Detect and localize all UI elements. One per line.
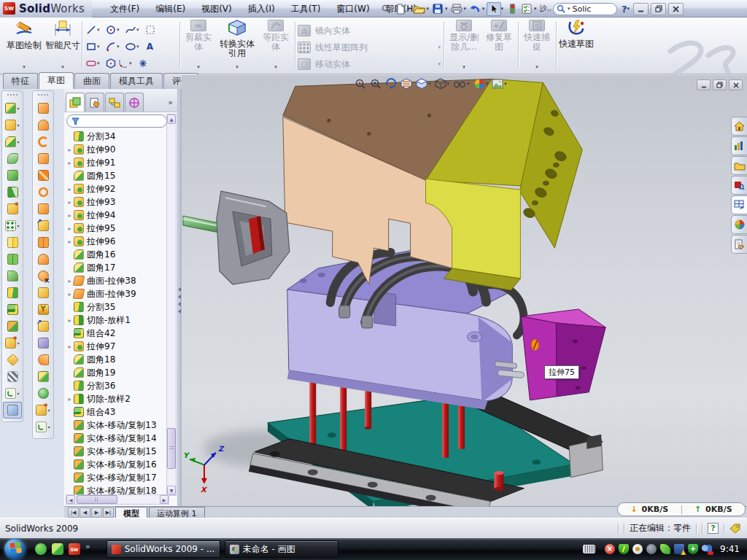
dropdown-arrow-icon[interactable]: ▾ — [627, 6, 630, 12]
help-button[interactable]: ? — [622, 4, 627, 15]
surface-toolbar-button[interactable]: ▾ — [34, 117, 53, 133]
feature-tree-item[interactable]: ▸ 切除-放样1 — [66, 314, 168, 327]
feature-toolbar-button[interactable]: ▾ — [3, 368, 22, 385]
feature-toolbar-button[interactable]: ▾ — [3, 150, 22, 167]
command-tab[interactable]: 草图 — [39, 72, 74, 90]
zoom-to-area-button[interactable] — [369, 77, 382, 90]
feature-toolbar-button[interactable]: ▾ — [3, 251, 22, 268]
tray-icon[interactable] — [688, 544, 698, 554]
surface-toolbar-button[interactable]: ▾ — [34, 217, 53, 234]
scrollbar-thumb[interactable] — [77, 495, 117, 504]
feature-tree-item[interactable]: ▸ 实体-移动/复制15 — [66, 445, 168, 458]
solidworks-resources-tab[interactable] — [731, 117, 747, 136]
feature-toolbar-button[interactable]: ▾ — [3, 385, 22, 402]
section-view-button[interactable] — [400, 77, 413, 90]
feature-tree-item[interactable]: ▸ 组合43 — [66, 405, 168, 419]
scroll-right-button[interactable]: ▶ — [160, 495, 169, 504]
dimxpertmanager-tab[interactable] — [125, 93, 144, 112]
surface-toolbar-button[interactable]: ▾ — [34, 335, 53, 351]
zoom-to-fit-button[interactable] — [354, 77, 367, 90]
dropdown-arrow-icon[interactable]: ▾ — [97, 44, 104, 50]
surface-toolbar-button[interactable]: ▾ — [34, 385, 53, 402]
quicklaunch-app-icon[interactable] — [52, 543, 63, 555]
feature-toolbar-button[interactable]: ▾ — [3, 217, 22, 234]
sketch-fillet-tool-icon[interactable] — [117, 57, 129, 69]
rotate-view-button[interactable] — [384, 77, 398, 90]
tray-icon[interactable] — [674, 544, 684, 554]
dropdown-arrow-icon[interactable]: ▾ — [501, 6, 504, 12]
feature-tree-item[interactable]: ▸ 拉伸97 — [66, 340, 168, 353]
sketch-button[interactable]: 草图绘制 ▾ — [4, 20, 44, 72]
surface-toolbar-button[interactable]: ▾ — [34, 167, 53, 184]
feature-tree-item[interactable]: ▸ 实体-移动/复制14 — [66, 432, 168, 445]
toolbar-grip-handle[interactable] — [37, 93, 49, 97]
surface-toolbar-button[interactable]: ▾ — [34, 318, 53, 335]
display-style-button[interactable]: ▾ — [415, 77, 432, 90]
tree-vertical-scrollbar[interactable]: ▲ ▼ — [166, 114, 177, 496]
design-library-tab[interactable] — [731, 136, 747, 155]
polygon-tool-icon[interactable] — [104, 57, 117, 69]
feature-tree-item[interactable]: ▸ 实体-移动/复制17 — [66, 471, 168, 484]
feature-tree-item[interactable]: ▸ 拉伸94 — [66, 209, 168, 222]
dropdown-arrow-icon[interactable]: ▾ — [408, 6, 411, 12]
tree-horizontal-scrollbar[interactable]: ◀ ▶ — [66, 494, 169, 505]
panel-overflow-chevron-icon[interactable]: » — [168, 98, 176, 112]
dropdown-arrow-icon[interactable]: ▾ — [427, 6, 430, 12]
slot-tool-icon[interactable] — [85, 57, 97, 69]
point-tool-icon[interactable] — [136, 57, 149, 69]
surface-toolbar-button[interactable]: ▾ — [34, 184, 53, 201]
quick-tips-help-icon[interactable]: ? — [708, 523, 719, 534]
restore-button[interactable] — [651, 3, 666, 15]
document-tab[interactable]: 模型 — [115, 507, 147, 518]
selection-box-icon[interactable] — [144, 23, 156, 36]
feature-toolbar-button[interactable]: ▾ — [3, 268, 22, 284]
tag-icon[interactable] — [729, 524, 741, 534]
dropdown-arrow-icon[interactable]: ▾ — [129, 61, 136, 66]
apply-scene-button[interactable]: ▾ — [491, 78, 508, 90]
rebuild-traffic-light-icon[interactable] — [505, 2, 519, 16]
undo-button[interactable] — [468, 2, 482, 16]
featuremanager-tab[interactable] — [66, 93, 85, 112]
dropdown-arrow-icon[interactable]: ▾ — [445, 6, 448, 12]
circle-tool-icon[interactable] — [104, 23, 117, 36]
menu-item[interactable]: 视图(V) — [193, 0, 240, 18]
feature-tree-item[interactable]: ▸ 圆角19 — [66, 366, 168, 379]
first-tab-button[interactable]: |◀ — [68, 508, 79, 518]
previous-tab-button[interactable]: ◀ — [80, 508, 90, 518]
feature-tree-item[interactable]: ▸ 拉伸91 — [66, 156, 168, 169]
feature-toolbar-button[interactable]: ▾ — [3, 100, 22, 117]
solidworks-search-tab[interactable] — [731, 176, 747, 195]
surface-toolbar-button[interactable]: ▾ — [34, 301, 53, 318]
close-button[interactable] — [668, 3, 684, 15]
command-tab[interactable]: 曲面 — [74, 73, 109, 90]
feature-tree-item[interactable]: ▸ 分割34 — [66, 130, 168, 143]
dropdown-arrow-icon[interactable]: ▾ — [136, 44, 144, 50]
feature-tree-item[interactable]: ▸ 圆角18 — [66, 353, 168, 366]
file-explorer-tab[interactable] — [731, 156, 747, 175]
toolbar-overflow-label[interactable]: 沙.. — [540, 4, 551, 14]
menu-item[interactable]: 插入(I) — [240, 0, 283, 18]
feature-tree-item[interactable]: ▸ 圆角17 — [66, 261, 168, 274]
feature-toolbar-button[interactable]: ▾ — [3, 117, 22, 133]
input-method-keyboard-icon[interactable] — [583, 545, 595, 553]
scroll-left-button[interactable]: ◀ — [66, 495, 75, 504]
feature-toolbar-button[interactable]: ▾ — [3, 402, 22, 419]
tray-icon[interactable] — [632, 544, 643, 554]
tray-icon[interactable] — [646, 544, 657, 554]
view-palette-tab[interactable] — [731, 195, 747, 214]
expand-arrow-icon[interactable]: ▸ — [66, 396, 74, 402]
text-tool-icon[interactable]: A — [144, 40, 156, 52]
new-document-button[interactable] — [393, 2, 408, 16]
last-tab-button[interactable]: ▶| — [103, 508, 114, 518]
expand-arrow-icon[interactable]: ▸ — [66, 212, 74, 219]
restore-button[interactable] — [713, 79, 727, 90]
toolbar-grip-handle[interactable] — [7, 93, 18, 97]
expand-arrow-icon[interactable]: ▸ — [66, 225, 74, 232]
dropdown-arrow-icon[interactable]: ▾ — [534, 6, 537, 12]
feature-toolbar-button[interactable]: ▾ — [3, 284, 22, 301]
command-tab[interactable]: 特征 — [3, 73, 38, 90]
open-document-button[interactable] — [412, 2, 427, 16]
feature-tree-item[interactable]: ▸ 实体-移动/复制13 — [66, 419, 168, 432]
arc-tool-icon[interactable] — [104, 40, 117, 52]
taskbar-task-button[interactable]: 未命名 - 画图 — [225, 540, 338, 558]
